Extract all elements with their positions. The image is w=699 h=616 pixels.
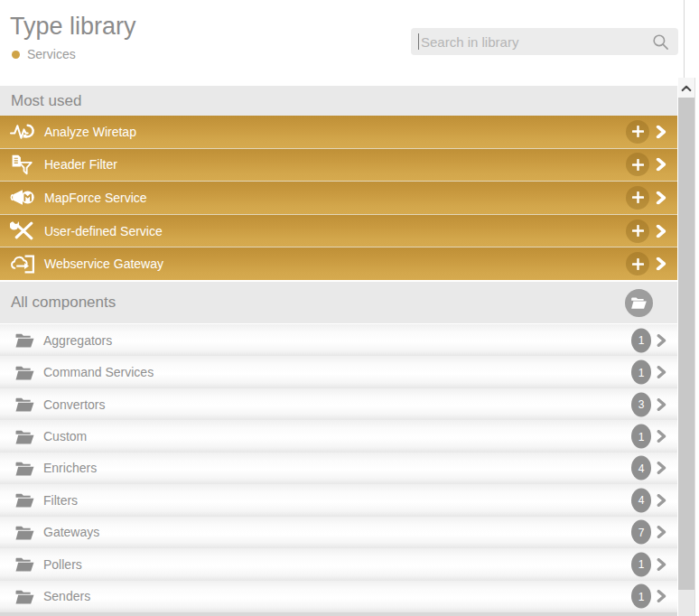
folder-label: Aggregators [43,333,112,348]
plus-icon [632,159,644,171]
vertical-scrollbar[interactable] [678,78,695,616]
chevron-right-icon[interactable] [654,125,667,138]
chevron-right-icon[interactable] [655,398,667,411]
scroll-up-button[interactable] [678,78,694,98]
chevron-right-icon[interactable] [654,224,667,238]
service-row-header-filter[interactable]: Header Filter [0,148,677,182]
panel-border [684,0,685,78]
search-icon[interactable] [652,33,669,51]
folder-icon [13,460,36,477]
category-bullet-icon [12,51,20,59]
chevron-right-icon[interactable] [654,191,667,204]
all-components-label: All components [0,294,116,312]
count-badge: 4 [631,488,651,512]
count-badge: 1 [631,584,651,609]
folder-row-convertors[interactable]: Convertors 3 [0,388,677,420]
count-badge: 1 [631,425,651,449]
folder-label: Command Services [43,365,154,379]
most-used-label: Most used [0,92,81,110]
chevron-up-icon [681,84,692,92]
type-library-panel: Type library Services Most used Analyze … [0,0,699,616]
count-badge: 7 [631,520,651,545]
folder-icon [13,524,36,541]
most-used-section-header: Most used [0,86,677,116]
category-label: Services [27,47,76,61]
folder-label: Convertors [43,397,105,412]
search-input[interactable] [411,34,652,50]
add-service-button[interactable] [626,252,649,275]
chevron-right-icon[interactable] [655,494,667,507]
folder-icon [13,364,36,381]
service-row-mapforce-service[interactable]: MapForce Service [0,181,677,214]
folder-icon [13,331,36,349]
folder-label: Senders [43,589,90,603]
plus-icon [632,126,644,137]
folder-row-filters[interactable]: Filters 4 [0,484,677,516]
add-service-button[interactable] [626,120,649,144]
count-badge: 4 [631,456,651,481]
add-service-button[interactable] [626,219,649,243]
user-tools-icon [9,219,36,242]
folder-label: Filters [43,493,78,508]
chevron-right-icon[interactable] [655,334,667,347]
folder-row-gateways[interactable]: Gateways 7 [0,517,677,548]
scrollbar-thumb[interactable] [678,98,694,590]
all-components-section-header: All components [0,282,677,323]
service-label: Analyze Wiretap [44,125,136,139]
header-filter-icon [9,154,36,176]
folder-icon [13,588,36,605]
folder-icon [13,428,36,445]
folder-row-pollers[interactable]: Pollers 1 [0,548,677,580]
folder-icon [13,396,36,413]
folder-icon [13,491,36,509]
chevron-right-icon[interactable] [655,366,667,378]
folder-row-custom[interactable]: Custom 1 [0,420,677,452]
folder-row-command-services[interactable]: Command Services 1 [0,356,677,387]
folder-label: Enrichers [43,461,97,475]
service-row-analyze-wiretap[interactable]: Analyze Wiretap [0,116,677,148]
folder-open-icon [630,295,648,310]
count-badge: 1 [631,328,651,352]
webservice-gateway-icon [9,253,36,275]
count-badge: 1 [631,360,651,385]
chevron-right-icon[interactable] [655,526,667,538]
service-row-user-defined-service[interactable]: User-defined Service [0,214,677,247]
text-caret [418,33,419,50]
add-service-button[interactable] [626,153,649,176]
chevron-right-icon[interactable] [655,462,667,474]
chevron-right-icon[interactable] [655,590,667,602]
all-components-list: Aggregators 1 Command Services 1 Convert… [0,324,677,612]
wiretap-icon [9,120,36,143]
folder-row-senders[interactable]: Senders 1 [0,581,677,612]
mapforce-icon [9,186,36,209]
next-row-edge [0,612,677,616]
count-badge: 1 [631,552,651,576]
search-box [411,28,678,55]
service-label: MapForce Service [44,191,147,205]
plus-icon [632,191,644,203]
folder-icon [13,555,36,573]
folder-row-enrichers[interactable]: Enrichers 4 [0,453,677,484]
count-badge: 3 [631,392,651,416]
folder-label: Gateways [43,525,99,539]
folder-row-aggregators[interactable]: Aggregators 1 [0,324,677,356]
chevron-right-icon[interactable] [655,558,667,571]
service-label: User-defined Service [44,224,163,238]
category-indicator: Services [12,47,76,61]
service-label: Header Filter [44,157,117,172]
service-label: Webservice Gateway [44,257,163,271]
page-title: Type library [10,13,136,41]
service-row-webservice-gateway[interactable]: Webservice Gateway [0,247,677,280]
plus-icon [632,225,644,237]
open-all-folders-button[interactable] [625,289,653,317]
chevron-right-icon[interactable] [654,257,667,271]
add-service-button[interactable] [626,186,649,210]
chevron-right-icon[interactable] [654,158,667,172]
plus-icon [632,258,644,270]
chevron-right-icon[interactable] [655,430,667,443]
folder-label: Custom [43,429,87,443]
most-used-list: Analyze Wiretap Header Filter MapForce S… [0,116,677,280]
folder-label: Pollers [43,557,82,572]
